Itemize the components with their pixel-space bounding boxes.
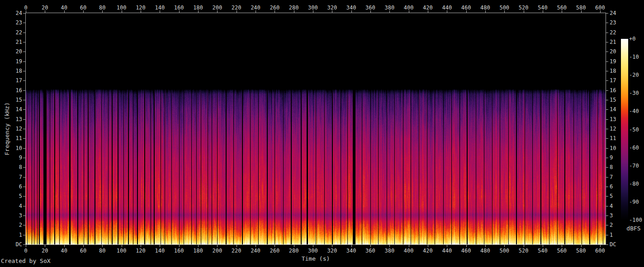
x-tick-bottom	[141, 245, 141, 247]
y-tick-label-left: 9	[9, 155, 22, 161]
x-tick-label-bottom: 500	[499, 248, 509, 254]
x-tick-label-top: 120	[136, 5, 146, 11]
y-tick-left	[23, 42, 25, 42]
x-tick-label-bottom: 100	[117, 248, 127, 254]
y-tick-left	[23, 167, 25, 168]
y-tick-label-right: 24	[610, 10, 625, 16]
y-tick-left	[23, 187, 25, 187]
sox-spectrogram: Frequency (kHz) 002020404060608080100100…	[0, 0, 644, 267]
y-tick-right	[606, 167, 608, 168]
y-tick-label-left: 24	[9, 10, 22, 16]
x-tick-bottom	[122, 245, 122, 247]
y-tick-label-left: 19	[9, 58, 22, 65]
y-tick-left	[23, 90, 25, 91]
y-tick-right	[606, 109, 608, 110]
y-tick-label-left: 22	[9, 29, 22, 36]
y-tick-left	[23, 177, 25, 178]
colorbar-tick-label: -40	[629, 108, 644, 114]
x-tick-bottom	[102, 245, 103, 247]
x-tick-bottom	[83, 245, 84, 247]
x-tick-label-bottom: 240	[251, 248, 260, 254]
y-tick-right	[606, 158, 608, 158]
x-tick-label-top: 500	[499, 5, 509, 11]
x-tick-label-top: 160	[174, 5, 184, 11]
x-tick-label-bottom: 280	[289, 248, 299, 254]
y-tick-left	[23, 244, 25, 245]
x-tick-bottom	[237, 245, 237, 247]
x-tick-label-bottom: 340	[346, 248, 356, 254]
x-tick-label-bottom: 140	[155, 248, 165, 254]
x-tick-label-bottom: 200	[212, 248, 222, 254]
x-tick-label-top: 40	[61, 5, 67, 11]
x-axis-title: Time (s)	[302, 255, 330, 262]
y-tick-label-left: 13	[9, 116, 22, 122]
colorbar-tick-label: -10	[629, 54, 644, 60]
x-tick-label-bottom: 360	[365, 248, 375, 254]
x-tick-label-top: 440	[442, 5, 452, 11]
y-tick-right	[606, 235, 608, 235]
attribution-text: Created by SoX	[1, 258, 51, 264]
x-tick-bottom	[198, 245, 199, 247]
y-tick-label-left: 14	[9, 106, 22, 112]
y-tick-label-right: 22	[610, 29, 625, 36]
y-tick-label-left: 16	[9, 87, 22, 94]
x-tick-label-top: 20	[42, 5, 48, 11]
x-tick-bottom	[504, 245, 505, 247]
y-tick-label-left: 15	[9, 97, 22, 103]
x-tick-bottom	[389, 245, 390, 247]
x-tick-label-top: 520	[519, 5, 529, 11]
y-tick-left	[23, 148, 25, 149]
y-tick-right	[606, 187, 608, 187]
y-tick-right	[606, 215, 608, 216]
y-tick-label-left: DC	[9, 241, 22, 248]
colorbar-tick-label: -50	[629, 126, 644, 133]
x-tick-label-bottom: 580	[576, 248, 586, 254]
x-tick-label-bottom: 400	[404, 248, 414, 254]
x-tick-label-top: 260	[270, 5, 279, 11]
x-tick-label-top: 360	[365, 5, 375, 11]
x-tick-label-bottom: 60	[80, 248, 86, 254]
colorbar-tick-label: +0	[629, 36, 644, 42]
x-tick-label-bottom: 80	[99, 248, 105, 254]
y-tick-right	[606, 129, 608, 129]
x-tick-label-top: 220	[232, 5, 242, 11]
x-tick-label-bottom: 160	[174, 248, 184, 254]
y-tick-right	[606, 13, 608, 14]
x-tick-label-top: 100	[117, 5, 127, 11]
y-tick-left	[23, 100, 25, 100]
x-tick-bottom	[466, 245, 467, 247]
y-tick-left	[23, 129, 25, 129]
y-tick-label-left: 12	[9, 126, 22, 132]
y-tick-label-left: 18	[9, 68, 22, 74]
x-tick-label-top: 560	[557, 5, 567, 11]
y-tick-left	[23, 80, 25, 81]
y-tick-label-right: 1	[610, 232, 625, 238]
colorbar	[621, 39, 628, 220]
y-tick-left	[23, 52, 25, 52]
y-tick-label-left: 23	[9, 19, 22, 26]
y-tick-left	[23, 33, 25, 33]
y-tick-label-left: 2	[9, 222, 22, 228]
y-tick-label-right: DC	[610, 241, 625, 248]
x-tick-label-bottom: 520	[519, 248, 529, 254]
x-tick-label-top: 280	[289, 5, 299, 11]
y-tick-label-left: 4	[9, 203, 22, 209]
x-tick-bottom	[447, 245, 447, 247]
x-tick-label-bottom: 480	[480, 248, 490, 254]
x-tick-label-top: 600	[595, 5, 605, 11]
x-tick-label-top: 140	[155, 5, 165, 11]
x-tick-label-bottom: 300	[308, 248, 318, 254]
x-tick-label-top: 580	[576, 5, 586, 11]
y-tick-left	[23, 206, 25, 206]
y-tick-label-right: 23	[610, 19, 625, 26]
y-tick-left	[23, 225, 25, 225]
colorbar-tick-label: -80	[629, 181, 644, 187]
y-tick-left	[23, 138, 25, 139]
y-tick-label-left: 7	[9, 174, 22, 180]
x-tick-bottom	[217, 245, 218, 247]
x-tick-bottom	[160, 245, 160, 247]
y-tick-label-left: 10	[9, 145, 22, 151]
y-tick-right	[606, 71, 608, 71]
y-tick-right	[606, 23, 608, 23]
x-tick-bottom	[351, 245, 352, 247]
